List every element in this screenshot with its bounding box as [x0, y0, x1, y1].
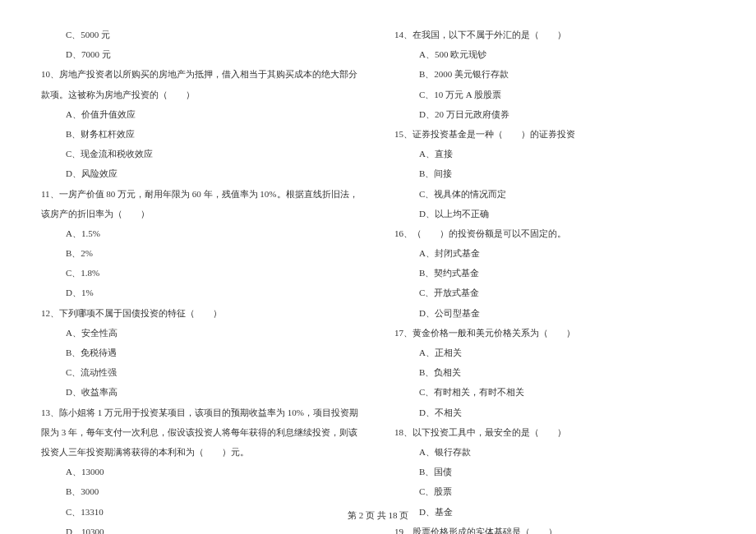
option-item: A、银行存款 [394, 442, 715, 462]
option-item: B、2000 美元银行存款 [394, 64, 715, 84]
left-column: C、5000 元 D、7000 元 10、房地产投资者以所购买的房地产为抵押，借… [41, 25, 362, 501]
option-item: A、价值升值效应 [41, 104, 362, 124]
option-item: D、20 万日元政府债券 [394, 104, 715, 124]
option-item: A、正相关 [394, 343, 715, 362]
question-17: 17、黄金价格一般和美元价格关系为（ ） [394, 323, 715, 343]
question-14: 14、在我国，以下不属于外汇的是（ ） [394, 25, 715, 44]
option-item: C、1.8% [41, 263, 362, 283]
right-column: 14、在我国，以下不属于外汇的是（ ） A、500 欧元现钞 B、2000 美元… [394, 25, 715, 501]
option-item: B、间接 [394, 163, 715, 183]
option-item: A、安全性高 [41, 323, 362, 343]
document-page: C、5000 元 D、7000 元 10、房地产投资者以所购买的房地产为抵押，借… [0, 0, 756, 534]
option-item: A、500 欧元现钞 [394, 44, 715, 64]
option-item: D、以上均不正确 [394, 204, 715, 223]
question-16: 16、（ ）的投资份额是可以不固定的。 [394, 223, 715, 243]
option-item: B、负相关 [394, 362, 715, 382]
option-item: D、不相关 [394, 403, 715, 422]
question-15: 15、证券投资基金是一种（ ）的证券投资 [394, 124, 715, 144]
option-item: B、国债 [394, 462, 715, 481]
option-item: B、财务杠杆效应 [41, 124, 362, 144]
option-item: D、风险效应 [41, 163, 362, 183]
question-12: 12、下列哪项不属于国债投资的特征（ ） [41, 303, 362, 323]
option-item: C、10 万元 A 股股票 [394, 85, 715, 104]
option-item: B、3000 [41, 481, 362, 501]
question-11: 11、一房产价值 80 万元，耐用年限为 60 年，残值率为 10%。根据直线折… [41, 184, 362, 223]
option-item: B、2% [41, 243, 362, 263]
question-18: 18、以下投资工具中，最安全的是（ ） [394, 422, 715, 442]
option-item: B、契约式基金 [394, 263, 715, 283]
option-item: C、股票 [394, 481, 715, 501]
question-13: 13、陈小姐将 1 万元用于投资某项目，该项目的预期收益率为 10%，项目投资期… [41, 403, 362, 463]
option-item: C、5000 元 [41, 25, 362, 44]
option-item: D、收益率高 [41, 382, 362, 402]
option-item: D、公司型基金 [394, 303, 715, 323]
option-item: A、直接 [394, 144, 715, 163]
option-item: D、7000 元 [41, 44, 362, 64]
option-item: C、开放式基金 [394, 283, 715, 302]
option-item: C、有时相关，有时不相关 [394, 382, 715, 402]
option-item: D、10300 [41, 522, 362, 534]
option-item: A、1.5% [41, 223, 362, 243]
option-item: C、现金流和税收效应 [41, 144, 362, 163]
question-10: 10、房地产投资者以所购买的房地产为抵押，借入相当于其购买成本的绝大部分款项。这… [41, 64, 362, 104]
page-footer: 第 2 页 共 18 页 [0, 509, 756, 522]
option-item: C、流动性强 [41, 362, 362, 382]
option-item: D、1% [41, 283, 362, 302]
option-item: A、13000 [41, 462, 362, 481]
option-item: B、免税待遇 [41, 343, 362, 362]
question-19: 19、股票价格形成的实体基础是（ ） [394, 522, 715, 534]
option-item: A、封闭式基金 [394, 243, 715, 263]
option-item: C、视具体的情况而定 [394, 184, 715, 204]
